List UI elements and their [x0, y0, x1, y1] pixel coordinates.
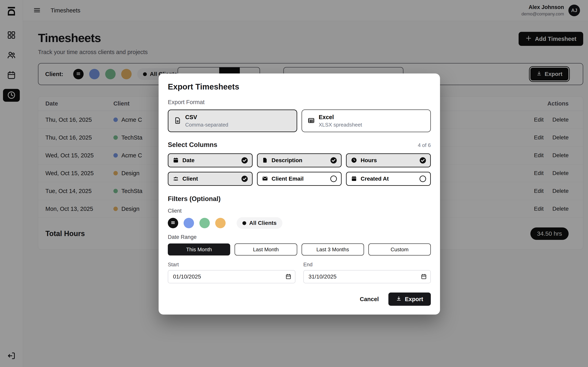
all-clients-pill-label: All Clients [249, 220, 277, 226]
column-chip-created-at[interactable]: Created At [346, 172, 431, 186]
format-csv-title: CSV [185, 114, 228, 121]
modal-export-button[interactable]: Export [388, 292, 431, 306]
select-columns-label: Select Columns [168, 141, 217, 149]
range-custom[interactable]: Custom [368, 243, 431, 256]
end-date-input[interactable] [303, 270, 431, 283]
modal-client-filter-group: All Clients [168, 217, 431, 229]
select-columns-header: Select Columns 4 of 6 [168, 141, 431, 149]
export-modal: Export Timesheets Export Format CSV Comm… [159, 74, 440, 315]
range-last-month[interactable]: Last Month [235, 243, 297, 256]
modal-footer: Cancel Export [168, 292, 431, 306]
date-range-label: Date Range [168, 234, 431, 240]
all-clients-pill[interactable]: All Clients [237, 217, 282, 229]
format-option-excel[interactable]: Excel XLSX spreadsheet [302, 109, 431, 132]
unchecked-circle-icon [419, 175, 426, 182]
column-chip-label: Client [182, 175, 198, 182]
start-date-label: Start [168, 261, 295, 268]
calendar-icon [173, 157, 179, 164]
column-chip-description[interactable]: Description [257, 153, 342, 167]
app-root: DI Timesheets Alex Johnson demo@c [0, 0, 588, 367]
black-dot-icon [242, 221, 246, 225]
mail-icon [262, 175, 268, 182]
format-csv-subtitle: Comma-separated [185, 122, 228, 128]
checked-circle-icon [241, 157, 248, 164]
column-chip-label: Created At [361, 175, 389, 182]
spreadsheet-icon [308, 117, 315, 125]
end-date-label: End [303, 261, 431, 268]
file-icon [174, 117, 181, 125]
modal-export-label: Export [405, 296, 423, 302]
columns-count: 4 of 6 [418, 142, 431, 148]
file-icon [262, 157, 268, 164]
all-clients-avatar-button[interactable] [168, 218, 178, 228]
format-option-csv[interactable]: CSV Comma-separated [168, 109, 297, 132]
clock-icon [351, 157, 357, 164]
column-chip-label: Date [182, 157, 195, 164]
cancel-button[interactable]: Cancel [360, 296, 379, 302]
unchecked-circle-icon [330, 175, 337, 182]
client-avatar-orange[interactable] [215, 218, 226, 228]
date-range-options: This Month Last Month Last 3 Months Cust… [168, 243, 431, 256]
date-inputs: Start End [168, 261, 431, 283]
client-avatar-green[interactable] [199, 218, 210, 228]
client-avatar-blue[interactable] [184, 218, 194, 228]
range-last-3-months[interactable]: Last 3 Months [302, 243, 364, 256]
column-chip-label: Description [272, 157, 302, 164]
download-icon [396, 296, 402, 303]
start-date-input[interactable] [168, 270, 295, 283]
format-excel-subtitle: XLSX spreadsheet [319, 122, 362, 128]
list-icon [170, 220, 176, 226]
column-chip-label: Client Email [272, 175, 304, 182]
checked-circle-icon [419, 157, 426, 164]
calendar-icon [351, 175, 357, 182]
column-chip-label: Hours [361, 157, 377, 164]
format-excel-title: Excel [319, 114, 362, 121]
users-icon [173, 175, 179, 182]
range-this-month[interactable]: This Month [168, 243, 230, 256]
format-options: CSV Comma-separated Excel XLSX spreadshe… [168, 109, 431, 132]
export-format-label: Export Format [168, 99, 431, 106]
column-chip-client[interactable]: Client [168, 172, 253, 186]
column-chips: Date Description Hours Client Client Ema [168, 153, 431, 186]
checked-circle-icon [241, 175, 248, 182]
filters-label: Filters (Optional) [168, 195, 431, 203]
checked-circle-icon [330, 157, 337, 164]
column-chip-date[interactable]: Date [168, 153, 253, 167]
filter-client-label: Client [168, 208, 431, 214]
modal-title: Export Timesheets [168, 82, 431, 91]
column-chip-client-email[interactable]: Client Email [257, 172, 342, 186]
column-chip-hours[interactable]: Hours [346, 153, 431, 167]
